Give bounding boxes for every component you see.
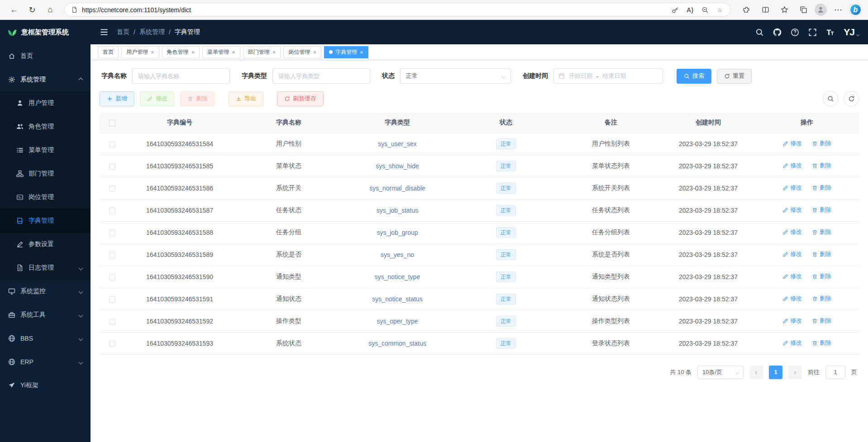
github-icon[interactable] [773,28,782,37]
close-icon[interactable]: × [360,49,363,55]
tab-user[interactable]: 用户管理 × [121,46,159,58]
edit-row-button[interactable]: 修改 [782,339,802,347]
close-icon[interactable]: × [232,49,235,55]
add-button[interactable]: 新增 [100,91,134,106]
reload-icon[interactable]: ↻ [24,3,40,17]
tab-dept[interactable]: 部门管理 × [243,46,281,58]
split-screen-icon[interactable] [758,3,773,17]
breadcrumb-system[interactable]: 系统管理 [139,28,165,36]
prev-page-button[interactable]: ‹ [749,366,763,379]
status-select[interactable]: 正常 [400,68,511,84]
sidebar-item-home[interactable]: 首页 [0,44,91,68]
sidebar-item-system[interactable]: 系统管理 [0,68,91,91]
favorite-star-icon[interactable]: ☆ [716,6,724,14]
edit-row-button[interactable]: 修改 [782,272,802,280]
toggle-search-button[interactable] [823,91,838,106]
tab-dict[interactable]: 字典管理 × [324,46,368,58]
edit-row-button[interactable]: 修改 [782,184,802,192]
bing-icon[interactable]: b [849,4,862,16]
export-button[interactable]: 导出 [229,91,263,106]
delete-row-button[interactable]: 删除 [812,162,831,170]
tab-menu[interactable]: 菜单管理 × [202,46,240,58]
password-key-icon[interactable] [671,6,679,14]
sidebar-item-dept[interactable]: 部门管理 [0,162,91,185]
sidebar-item-user[interactable]: 用户管理 [0,91,91,115]
address-bar[interactable]: https://ccnetcore.com:1101/system/dict A… [64,3,730,17]
row-checkbox[interactable] [109,341,115,347]
font-size-icon[interactable] [826,28,835,37]
reset-button[interactable]: 重置 [717,69,752,84]
sidebar-item-bbs[interactable]: BBS [0,327,91,350]
read-aloud-icon[interactable]: A) [686,6,694,14]
close-icon[interactable]: × [151,49,154,55]
profile-avatar[interactable] [815,4,827,16]
favorites-bar-icon[interactable] [777,3,792,17]
row-checkbox[interactable] [109,318,115,325]
dict-type-input[interactable] [272,68,370,84]
delete-row-button[interactable]: 删除 [812,339,831,347]
dict-type-link[interactable]: sys_common_status [368,340,426,347]
goto-page-input[interactable] [825,366,845,379]
edit-row-button[interactable]: 修改 [782,139,802,147]
dict-type-link[interactable]: sys_job_status [377,207,419,214]
sidebar-item-yi[interactable]: Yi框架 [0,374,91,397]
sidebar-item-menu[interactable]: 菜单管理 [0,138,91,162]
extensions-icon[interactable] [739,3,754,17]
search-icon[interactable] [755,28,764,37]
sidebar-item-role[interactable]: 角色管理 [0,115,91,138]
url-text[interactable]: https://ccnetcore.com:1101/system/dict [82,6,667,14]
dict-type-link[interactable]: sys_job_group [377,229,418,236]
more-menu-icon[interactable]: ⋯ [830,3,846,17]
row-checkbox[interactable] [109,163,115,170]
sidebar-item-monitor[interactable]: 系统监控 [0,280,91,303]
tab-home[interactable]: 首页 [98,46,119,58]
edit-row-button[interactable]: 修改 [782,206,802,214]
delete-row-button[interactable]: 删除 [812,228,831,236]
delete-row-button[interactable]: 删除 [812,317,831,325]
edit-row-button[interactable]: 修改 [782,228,802,236]
delete-row-button[interactable]: 删除 [812,295,831,303]
row-checkbox[interactable] [109,230,115,236]
row-checkbox[interactable] [109,141,115,147]
sidebar-item-log[interactable]: 日志管理 [0,256,91,280]
delete-row-button[interactable]: 删除 [812,272,831,280]
help-icon[interactable] [791,28,799,37]
current-page-button[interactable]: 1 [769,366,782,379]
edit-row-button[interactable]: 修改 [782,162,802,170]
dict-type-link[interactable]: sys_normal_disable [369,185,425,192]
sidebar-item-tools[interactable]: 系统工具 [0,303,91,327]
zoom-out-icon[interactable] [701,6,709,14]
edit-row-button[interactable]: 修改 [782,295,802,303]
dict-type-link[interactable]: sys_notice_status [372,295,422,303]
refresh-cache-button[interactable]: 刷新缓存 [277,91,324,106]
close-icon[interactable]: × [191,49,195,55]
fullscreen-icon[interactable] [808,28,817,37]
back-icon[interactable]: ← [6,3,22,17]
tab-role[interactable]: 角色管理 × [162,46,200,58]
row-checkbox[interactable] [109,185,115,192]
edit-row-button[interactable]: 修改 [782,250,802,258]
row-checkbox[interactable] [109,252,115,258]
refresh-table-button[interactable] [844,91,859,106]
collections-icon[interactable] [796,3,811,17]
delete-row-button[interactable]: 删除 [812,250,831,258]
close-icon[interactable]: × [272,49,276,55]
close-icon[interactable]: × [313,49,316,55]
row-checkbox[interactable] [109,296,115,303]
sidebar-item-erp[interactable]: ERP [0,350,91,374]
sidebar-item-post[interactable]: 岗位管理 [0,185,91,209]
select-all-checkbox[interactable] [109,120,115,126]
search-button[interactable]: 搜索 [677,69,711,84]
delete-row-button[interactable]: 删除 [812,139,831,147]
dict-type-link[interactable]: sys_yes_no [381,251,414,258]
breadcrumb-home[interactable]: 首页 [117,28,129,36]
row-checkbox[interactable] [109,274,115,280]
date-range-picker[interactable]: 开始日期 - 结束日期 [553,68,663,84]
next-page-button[interactable]: › [788,366,802,379]
browser-home-icon[interactable]: ⌂ [43,3,58,17]
hamburger-icon[interactable] [100,28,109,37]
dict-name-input[interactable] [132,68,230,84]
page-size-select[interactable]: 10条/页 [697,366,744,379]
delete-row-button[interactable]: 删除 [812,184,831,192]
sidebar-item-param[interactable]: 参数设置 [0,233,91,256]
